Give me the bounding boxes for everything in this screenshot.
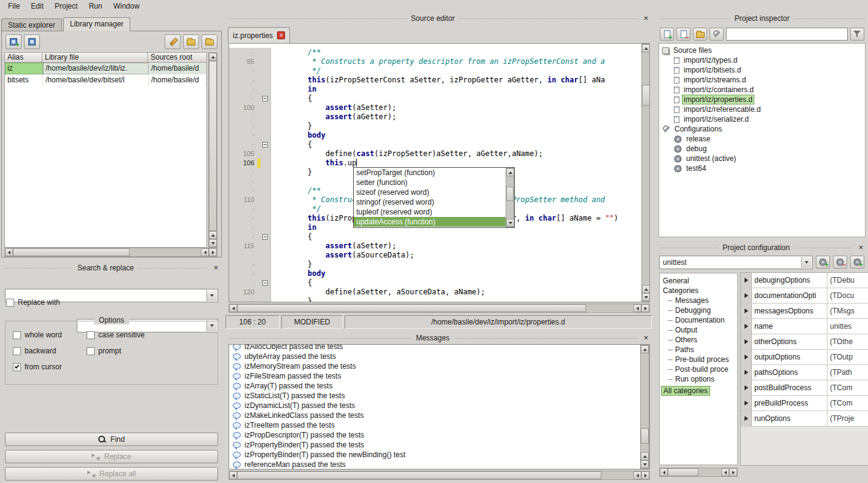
scroll-up-button[interactable] [641, 345, 649, 353]
column-header-alias[interactable]: Alias [4, 52, 42, 63]
category-run-options[interactable]: Run options [660, 374, 737, 384]
editor-line[interactable]: 105 define(cast(izPropSetter)aSetter, aG… [229, 149, 640, 159]
checkbox-backward[interactable]: backward [13, 346, 87, 356]
scroll-track[interactable] [237, 304, 633, 312]
remove-source-button[interactable] [676, 28, 690, 41]
menu-run[interactable]: Run [83, 1, 108, 12]
tree-file-import-iz-streams-d[interactable]: import/iz/streams.d [659, 75, 865, 85]
scroll-up-button[interactable] [642, 285, 650, 293]
checkbox-whole-word[interactable]: whole word [13, 330, 87, 340]
expand-arrow-icon[interactable] [741, 380, 752, 395]
column-header-sources-root[interactable]: Sources root [148, 52, 207, 63]
category-all-categories[interactable]: All categories [660, 386, 737, 396]
property-row-documentationopti[interactable]: documentationOpti(TDocu [741, 288, 868, 304]
expand-arrow-icon[interactable] [741, 396, 752, 410]
scroll-up-button[interactable] [506, 168, 514, 176]
category-documentation[interactable]: Documentation [660, 315, 737, 325]
tree-file-import-iz-bitsets-d[interactable]: import/iz/bitsets.d [659, 65, 865, 75]
configuration-horizontal-scrollbar[interactable] [659, 468, 738, 477]
editor-line[interactable]: · in [229, 85, 640, 94]
configuration-select[interactable]: unittest [659, 256, 813, 269]
editor-line[interactable]: · { [229, 94, 640, 103]
messages-horizontal-scrollbar[interactable] [229, 471, 650, 480]
combo-dropdown-button[interactable] [801, 257, 811, 268]
expand-arrow-icon[interactable] [741, 288, 752, 303]
scroll-left-button[interactable] [201, 248, 209, 256]
add-sources-button[interactable] [201, 34, 217, 49]
editor-line[interactable]: 106 this.up [229, 159, 640, 168]
property-value[interactable]: (TCom [827, 380, 868, 395]
library-table-vertical-scrollbar[interactable] [208, 52, 217, 248]
scroll-thumb[interactable] [641, 428, 649, 443]
scroll-track[interactable] [209, 61, 217, 231]
editor-line[interactable]: 100 assert(aSetter); [229, 103, 640, 112]
scroll-right-button[interactable] [729, 468, 737, 476]
message-item[interactable]: izPropertyBinder(T) passed the newBindin… [229, 450, 640, 460]
message-item[interactable]: izDynamicList(T) passed the tests [229, 401, 640, 410]
message-item[interactable]: izMemoryStream passed the tests [229, 361, 640, 371]
property-row-pathsoptions[interactable]: pathsOptions(TPath [741, 365, 868, 380]
menu-project[interactable]: Project [49, 1, 83, 12]
property-row-runoptions[interactable]: runOptions(TProje [741, 411, 868, 426]
tree-config-debug[interactable]: debug [659, 144, 865, 154]
editor-line[interactable]: · assert(aGetter); [229, 112, 640, 122]
fold-marker-icon[interactable] [262, 96, 268, 101]
property-row-prebuildprocess[interactable]: preBuildProcess(TCom [741, 396, 868, 411]
project-settings-button[interactable] [710, 28, 724, 41]
editor-horizontal-scrollbar[interactable] [229, 304, 650, 313]
scroll-track[interactable] [642, 52, 650, 285]
completion-scrollbar[interactable] [506, 168, 514, 227]
remove-configuration-button[interactable] [833, 256, 847, 269]
property-value[interactable]: (TCom [827, 396, 868, 410]
tree-file-import-iz-containers-d[interactable]: import/iz/containers.d [659, 85, 865, 95]
property-value[interactable]: (TMsgs [827, 304, 868, 318]
scroll-thumb[interactable] [668, 468, 698, 476]
tree-config-release[interactable]: release [659, 134, 865, 144]
editor-line[interactable]: 115 assert(aSetter); [229, 242, 640, 251]
tree-file-import-iz-referencable-d[interactable]: import/iz/referencable.d [659, 104, 865, 114]
scroll-thumb[interactable] [209, 61, 217, 231]
category-pre-build-proces[interactable]: Pre-build proces [660, 355, 737, 364]
scroll-up-button[interactable] [209, 231, 217, 239]
fold-marker-icon[interactable] [262, 234, 268, 240]
expand-arrow-icon[interactable] [741, 304, 752, 318]
checkbox-box[interactable] [87, 331, 95, 339]
tree-config-test64[interactable]: test64 [659, 163, 865, 173]
scroll-right-button[interactable] [209, 248, 217, 256]
inspector-filter-input[interactable] [726, 28, 848, 41]
tab-library-manager[interactable]: Library manager [63, 17, 130, 31]
tree-config-unittest-active[interactable]: unittest (active) [659, 154, 865, 163]
completion-item[interactable]: setPropTarget (function) [354, 168, 506, 178]
scroll-right-button[interactable] [641, 471, 649, 479]
scroll-left-button[interactable] [5, 248, 13, 256]
tree-file-import-iz-serializer-d[interactable]: import/iz/serializer.d [659, 114, 865, 124]
fold-marker-icon[interactable] [262, 142, 268, 147]
scroll-thumb[interactable] [506, 187, 514, 201]
completion-item[interactable]: tupleof (reserved word) [354, 207, 506, 217]
editor-line[interactable]: · assert(aSourceData); [229, 251, 640, 260]
editor-line[interactable]: · body [229, 269, 640, 278]
replace-button[interactable]: Replace [5, 450, 218, 463]
message-item[interactable]: izAllocObject passed the tests [229, 345, 640, 351]
scroll-down-button[interactable] [642, 293, 650, 301]
editor-line[interactable]: · */ [229, 66, 640, 76]
add-library-button[interactable] [6, 34, 22, 49]
scroll-down-button[interactable] [506, 219, 514, 227]
replace-with-checkbox[interactable]: Replace with [6, 297, 60, 307]
message-item[interactable]: izMakeLinkedClass passed the tests [229, 410, 640, 420]
scroll-up-button[interactable] [642, 44, 650, 52]
editor-line[interactable]: · { [229, 232, 640, 242]
scroll-up-button[interactable] [641, 452, 649, 460]
expand-arrow-icon[interactable] [741, 319, 752, 334]
message-item[interactable]: izStaticList(T) passed the tests [229, 391, 640, 401]
checkbox-box[interactable] [13, 331, 21, 339]
tree-node-configurations[interactable]: Configurations [659, 124, 865, 134]
category-others[interactable]: Others [660, 335, 737, 345]
completion-item[interactable]: stringof (reserved word) [354, 197, 506, 207]
combo-dropdown-button[interactable] [206, 290, 217, 301]
column-header-library-file[interactable]: Library file [42, 52, 148, 63]
property-value[interactable]: (TProje [827, 411, 868, 426]
scroll-left-button[interactable] [633, 304, 641, 312]
scroll-thumb[interactable] [642, 85, 650, 106]
editor-line[interactable]: · { [229, 140, 640, 149]
